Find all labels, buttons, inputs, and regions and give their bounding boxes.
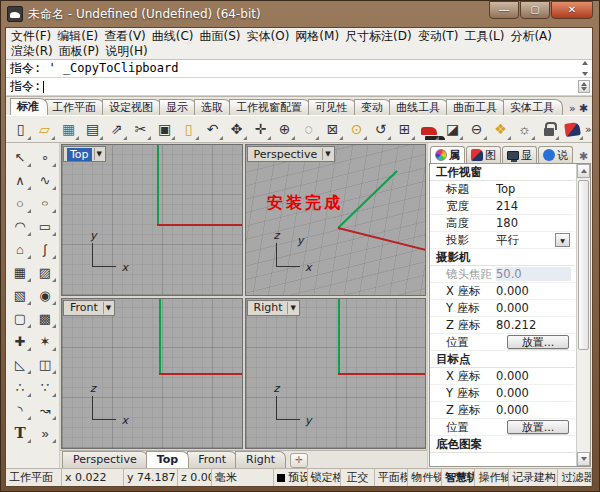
chevron-down-icon[interactable]: ▼ xyxy=(325,150,330,158)
menu-surface[interactable]: 曲面(S) xyxy=(197,29,244,44)
lights-icon[interactable]: ☼ xyxy=(513,118,536,141)
vtab-right[interactable]: Right xyxy=(235,451,286,468)
control-curve-icon[interactable]: ∿ xyxy=(33,169,57,191)
add-viewport-button[interactable]: ✛ xyxy=(290,453,308,468)
tab-cplane[interactable]: 工作平面 xyxy=(45,99,105,115)
layer-pane[interactable]: 预设值 xyxy=(274,469,308,486)
menu-render[interactable]: 渲染(R) xyxy=(8,44,56,59)
cut-icon[interactable]: ✂ xyxy=(129,118,152,141)
fillet-curve-icon[interactable]: ◝ xyxy=(8,399,32,421)
polygon-icon[interactable]: ⌂ xyxy=(8,238,32,260)
grid-snap-toggle[interactable]: 锁定格点 xyxy=(308,469,342,486)
zoom-in-icon[interactable]: ⊕ xyxy=(273,118,296,141)
ortho-toggle[interactable]: 正交 xyxy=(341,469,375,486)
lock-objects-icon[interactable] xyxy=(537,118,560,141)
solids-icon[interactable]: ▩ xyxy=(33,307,57,329)
vtab-top[interactable]: Top xyxy=(146,451,189,468)
tab-solid-tools[interactable]: 实体工具 xyxy=(503,99,563,115)
units-pane[interactable]: 毫米 xyxy=(212,469,274,486)
viewport-top[interactable]: Top ▼ y x xyxy=(61,144,243,296)
menu-tools[interactable]: 工具(L) xyxy=(461,29,507,44)
menu-curve[interactable]: 曲线(C) xyxy=(149,29,197,44)
group-objects-icon[interactable]: ❖ xyxy=(489,118,512,141)
menu-edit[interactable]: 编辑(E) xyxy=(54,29,101,44)
undo-view-icon[interactable]: ↺ xyxy=(369,118,392,141)
set-view-icon[interactable]: ⊖ xyxy=(465,118,488,141)
boolean-difference-icon[interactable]: ∵ xyxy=(33,376,57,398)
command-spinner[interactable] xyxy=(578,80,590,93)
select-pointer-icon[interactable]: ↖ xyxy=(8,146,32,168)
copy-icon[interactable]: ▣ xyxy=(153,118,176,141)
new-file-icon[interactable]: ▯ xyxy=(9,118,32,141)
zoom-extents-icon[interactable]: ◌ xyxy=(297,118,320,141)
scroll-down-icon[interactable] xyxy=(577,452,590,466)
gumball-toggle[interactable]: 操作轴 xyxy=(475,469,509,486)
chevron-down-icon[interactable]: ▼ xyxy=(290,304,295,312)
menu-solid[interactable]: 实体(O) xyxy=(244,29,293,44)
rotate-view-icon[interactable]: ✛ xyxy=(249,118,272,141)
camera-place-button[interactable]: 放置... xyxy=(507,335,569,349)
extend-curve-icon[interactable]: ↝ xyxy=(33,399,57,421)
boolean-union-icon[interactable]: ∴ xyxy=(8,376,32,398)
polyline-icon[interactable]: ∧ xyxy=(8,169,32,191)
undo-icon[interactable]: ↶ xyxy=(201,118,224,141)
open-file-icon[interactable]: ▱ xyxy=(33,118,56,141)
history-scrollbar[interactable] xyxy=(579,61,590,76)
tab-select[interactable]: 选取 xyxy=(194,99,232,115)
chevron-down-icon[interactable]: ▼ xyxy=(97,150,102,158)
viewport-right[interactable]: Right ▼ z y xyxy=(245,298,427,450)
point-icon[interactable]: ∘ xyxy=(33,146,57,168)
menu-help[interactable]: 说明(H) xyxy=(102,44,150,59)
osnap-toggle[interactable]: 物件锁点 xyxy=(408,469,442,486)
zoom-selected-icon[interactable]: ⊙ xyxy=(345,118,368,141)
menu-dimension[interactable]: 尺寸标注(D) xyxy=(342,29,415,44)
vtab-front[interactable]: Front xyxy=(187,451,237,468)
panel-gear-icon[interactable]: ✱ xyxy=(576,150,591,163)
viewport-front-label[interactable]: Front ▼ xyxy=(63,300,115,316)
spinner-down-icon[interactable] xyxy=(581,87,587,91)
print-icon[interactable]: ▤ xyxy=(81,118,104,141)
tab-set-view[interactable]: 设定视图 xyxy=(102,99,162,115)
text-icon[interactable]: T xyxy=(8,422,32,444)
menu-view[interactable]: 查看(V) xyxy=(101,29,149,44)
ellipse-icon[interactable]: ○ xyxy=(33,192,57,214)
menu-panels[interactable]: 面板(P) xyxy=(56,44,103,59)
export-icon[interactable]: ⇗ xyxy=(105,118,128,141)
surface-icon[interactable]: ▦ xyxy=(8,261,32,283)
viewport-perspective[interactable]: Perspective ▼ 安装完成 z y x xyxy=(245,144,427,296)
explode-icon[interactable]: ✶ xyxy=(33,330,57,352)
tab-display-panel[interactable]: 显 xyxy=(502,146,537,163)
tab-viewport-layout[interactable]: 工作视窗配置 xyxy=(229,99,311,115)
render-car-icon[interactable] xyxy=(417,118,440,141)
circle-icon[interactable]: ○ xyxy=(8,192,32,214)
tab-transform[interactable]: 变动 xyxy=(354,99,392,115)
viewport-front[interactable]: Front ▼ z x xyxy=(61,298,243,450)
patch-surface-icon[interactable]: ▨ xyxy=(33,261,57,283)
arc-icon[interactable]: ◠ xyxy=(8,215,32,237)
hide-objects-icon[interactable]: ◪ xyxy=(441,118,464,141)
trim-icon[interactable]: ◺ xyxy=(8,353,32,375)
menu-mesh[interactable]: 网格(M) xyxy=(292,29,342,44)
scrollbar-thumb[interactable] xyxy=(578,180,589,350)
viewport-layout-icon[interactable]: ⊞ xyxy=(393,118,416,141)
close-button[interactable]: ✕ xyxy=(551,1,593,19)
planar-toggle[interactable]: 平面模式 xyxy=(375,469,409,486)
tab-surface-tools[interactable]: 曲面工具 xyxy=(446,99,506,115)
save-icon[interactable]: ▦ xyxy=(57,118,80,141)
viewport-perspective-label[interactable]: Perspective ▼ xyxy=(247,146,335,162)
viewport-right-label[interactable]: Right ▼ xyxy=(247,300,300,316)
box-icon[interactable]: ▧ xyxy=(8,284,32,306)
scroll-up-icon[interactable] xyxy=(582,61,588,65)
cplane-pane[interactable]: 工作平面 xyxy=(6,469,62,486)
tab-properties[interactable]: 属 xyxy=(430,146,465,163)
projection-dropdown[interactable]: ▼ xyxy=(555,233,570,247)
chevron-down-icon[interactable]: ▼ xyxy=(106,304,111,312)
smarttrack-toggle[interactable]: 智慧轨迹 xyxy=(442,469,476,486)
join-icon[interactable]: ✚ xyxy=(8,330,32,352)
command-history[interactable]: 指令: ' _CopyToClipboard xyxy=(6,60,592,78)
paste-icon[interactable]: ▯ xyxy=(177,118,200,141)
freeform-curve-icon[interactable]: ∫ xyxy=(33,238,57,260)
zoom-window-icon[interactable]: ⊠ xyxy=(321,118,344,141)
tab-curve-tools[interactable]: 曲线工具 xyxy=(389,99,449,115)
tab-help-panel[interactable]: 说 xyxy=(538,146,573,163)
